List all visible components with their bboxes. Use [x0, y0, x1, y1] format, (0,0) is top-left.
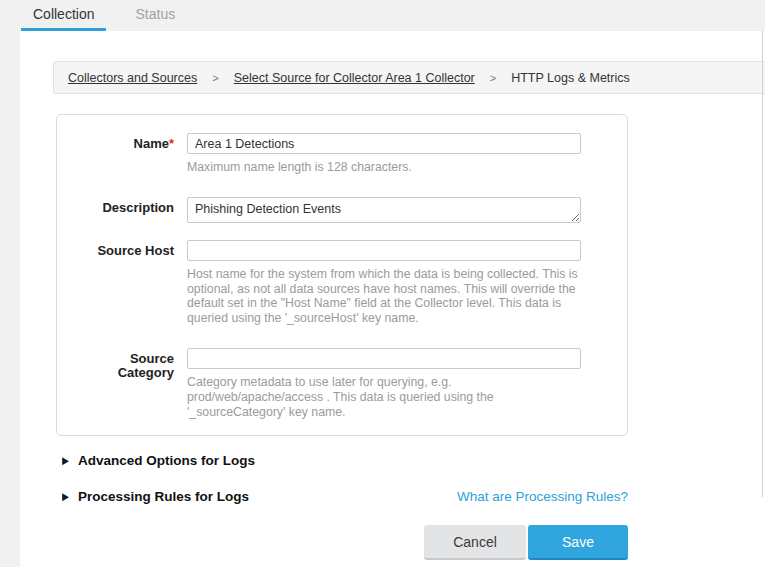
name-input[interactable]	[187, 133, 581, 154]
name-field-column: Maximum name length is 128 characters.	[187, 133, 581, 184]
advanced-options-title: Advanced Options for Logs	[78, 453, 255, 468]
source-host-field-column: Host name for the system from which the …	[187, 240, 581, 335]
form-row-source-host: Source Host Host name for the system fro…	[75, 240, 581, 335]
section-advanced-options[interactable]: ▶ Advanced Options for Logs	[62, 453, 255, 468]
chevron-right-icon: >	[490, 72, 496, 84]
expand-arrow-icon: ▶	[62, 491, 69, 503]
breadcrumb-link-collectors-and-sources[interactable]: Collectors and Sources	[68, 71, 197, 85]
description-textarea[interactable]: Phishing Detection Events	[187, 197, 581, 223]
required-asterisk: *	[169, 136, 174, 151]
name-label: Name*	[75, 133, 187, 184]
source-host-label: Source Host	[75, 240, 187, 335]
source-category-label: Source Category	[75, 348, 187, 419]
source-config-form: Name* Maximum name length is 128 charact…	[56, 114, 628, 436]
processing-rules-row: ▶ Processing Rules for Logs What are Pro…	[56, 489, 628, 504]
section-processing-rules[interactable]: ▶ Processing Rules for Logs	[62, 489, 249, 504]
name-help-text: Maximum name length is 128 characters.	[187, 160, 581, 175]
form-row-source-category: Source Category Category metadata to use…	[75, 348, 581, 419]
description-field-column: Phishing Detection Events	[187, 197, 581, 227]
source-host-input[interactable]	[187, 240, 581, 261]
expand-arrow-icon: ▶	[62, 455, 69, 467]
breadcrumb-link-select-source[interactable]: Select Source for Collector Area 1 Colle…	[234, 71, 475, 85]
tab-bar: Collection Status	[0, 0, 765, 31]
source-category-field-column: Category metadata to use later for query…	[187, 348, 581, 419]
right-edge-divider	[762, 31, 763, 497]
cancel-button[interactable]: Cancel	[424, 525, 526, 560]
source-category-help-text: Category metadata to use later for query…	[187, 375, 581, 419]
what-are-processing-rules-link[interactable]: What are Processing Rules?	[457, 489, 628, 504]
chevron-right-icon: >	[212, 72, 218, 84]
breadcrumb-current-page: HTTP Logs & Metrics	[511, 71, 630, 85]
lower-sections: ▶ Advanced Options for Logs ▶ Processing…	[56, 453, 628, 560]
form-actions: Cancel Save	[56, 525, 628, 560]
source-category-input[interactable]	[187, 348, 581, 369]
tab-collection[interactable]: Collection	[21, 0, 106, 31]
source-host-help-text: Host name for the system from which the …	[187, 267, 581, 326]
tab-status[interactable]: Status	[123, 0, 187, 31]
save-button[interactable]: Save	[528, 525, 628, 560]
breadcrumb: Collectors and Sources > Select Source f…	[53, 61, 765, 94]
main-content: Collectors and Sources > Select Source f…	[20, 31, 765, 567]
form-row-name: Name* Maximum name length is 128 charact…	[75, 133, 581, 184]
form-row-description: Description Phishing Detection Events	[75, 197, 581, 227]
name-label-text: Name	[134, 136, 169, 151]
processing-rules-title: Processing Rules for Logs	[78, 489, 249, 504]
description-label: Description	[75, 197, 187, 227]
advanced-options-row: ▶ Advanced Options for Logs	[56, 453, 628, 468]
